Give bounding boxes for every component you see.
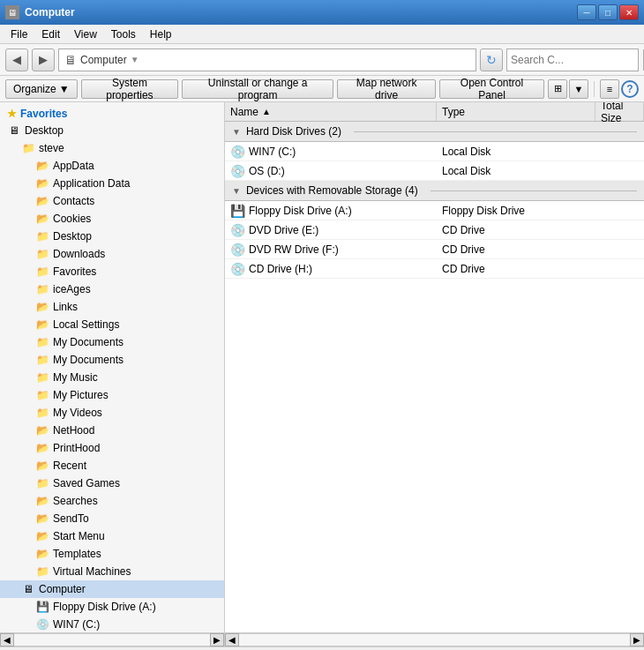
hdd-win7-icon: 💿 <box>35 617 49 631</box>
menu-tools[interactable]: Tools <box>104 26 143 42</box>
view-icons-button[interactable]: ⊞ <box>548 79 567 99</box>
back-button[interactable]: ◀ <box>5 49 28 71</box>
help-button[interactable]: ? <box>621 80 639 98</box>
sidebar-item-nethood[interactable]: 📂 NetHood <box>0 422 224 439</box>
hdd-win7-content-icon: 💿 <box>230 145 245 159</box>
sidebar-item-my-documents-1[interactable]: 📁 My Documents <box>0 333 224 351</box>
actionbar: Organize ▼ System properties Uninstall o… <box>0 76 644 102</box>
sidebar-scroll-right[interactable]: ▶ <box>210 633 224 646</box>
menu-edit[interactable]: Edit <box>34 26 67 42</box>
organize-button[interactable]: Organize ▼ <box>5 79 78 99</box>
sidebar-item-contacts[interactable]: 📂 Contacts <box>0 192 224 210</box>
col-header-name[interactable]: Name ▲ <box>225 102 437 121</box>
appdata-icon: 📂 <box>35 159 49 173</box>
hdd-os-content-icon: 💿 <box>230 164 245 178</box>
sidebar-item-favorites-folder[interactable]: 📁 Favorites <box>0 263 224 280</box>
my-documents-icon-1: 📁 <box>35 335 49 349</box>
sidebar-item-sendto[interactable]: 📂 SendTo <box>0 510 224 527</box>
group-expand-hard-disk[interactable]: ▼ <box>232 127 241 137</box>
sidebar: ★ Favorites 🖥 Desktop 📁 steve 📂 AppData … <box>0 102 225 632</box>
group-header-hard-disk: ▼ Hard Disk Drives (2) <box>225 122 644 142</box>
sidebar-item-templates[interactable]: 📂 Templates <box>0 545 224 563</box>
sidebar-item-iceages[interactable]: 📁 iceAges <box>0 280 224 298</box>
sidebar-item-floppy[interactable]: 💾 Floppy Disk Drive (A:) <box>0 598 224 616</box>
dvd-e-icon: 💿 <box>230 223 245 237</box>
my-documents-icon-2: 📁 <box>35 353 49 367</box>
map-drive-button[interactable]: Map network drive <box>337 79 436 99</box>
content-pane: Name ▲ Type Total Size ▼ Hard Disk Drive… <box>225 102 644 632</box>
content-scroll-left[interactable]: ◀ <box>225 633 239 646</box>
address-text: Computer <box>80 54 127 66</box>
sidebar-item-local-settings[interactable]: 📂 Local Settings <box>0 316 224 333</box>
templates-icon: 📂 <box>35 547 49 561</box>
sidebar-item-downloads[interactable]: 📁 Downloads <box>0 245 224 263</box>
uninstall-button[interactable]: Uninstall or change a program <box>182 79 333 99</box>
minimize-button[interactable]: ─ <box>577 4 596 20</box>
sendto-icon: 📂 <box>35 512 49 526</box>
sidebar-item-appdata[interactable]: 📂 AppData <box>0 157 224 175</box>
sidebar-item-computer[interactable]: 🖥 Computer <box>0 580 224 598</box>
sidebar-item-win7c[interactable]: 💿 WIN7 (C:) <box>0 616 224 632</box>
sidebar-item-my-pictures[interactable]: 📁 My Pictures <box>0 386 224 404</box>
recent-icon: 📂 <box>35 459 49 473</box>
cd-h-icon: 💿 <box>230 262 245 276</box>
sidebar-item-my-documents-2[interactable]: 📁 My Documents <box>0 351 224 369</box>
maximize-button[interactable]: □ <box>598 4 618 20</box>
content-scroll-right[interactable]: ▶ <box>630 633 644 646</box>
sidebar-item-my-music[interactable]: 📁 My Music <box>0 369 224 386</box>
sidebar-item-saved-games[interactable]: 📁 Saved Games <box>0 474 224 492</box>
sidebar-item-my-videos[interactable]: 📁 My Videos <box>0 404 224 422</box>
computer-tree-icon: 🖥 <box>21 582 35 596</box>
table-row[interactable]: 💾 Floppy Disk Drive (A:) Floppy Disk Dri… <box>225 201 644 220</box>
menu-view[interactable]: View <box>67 26 104 42</box>
app-icon: 🖥 <box>5 5 19 19</box>
group-label-hard-disk: Hard Disk Drives (2) <box>246 125 341 138</box>
table-row[interactable]: 💿 OS (D:) Local Disk <box>225 161 644 181</box>
sidebar-item-recent[interactable]: 📂 Recent <box>0 457 224 474</box>
sidebar-item-start-menu[interactable]: 📂 Start Menu <box>0 527 224 545</box>
navigation-toolbar: ◀ ▶ 🖥 Computer ▼ ↻ 🔍 <box>0 44 644 76</box>
forward-button[interactable]: ▶ <box>32 49 55 71</box>
address-bar[interactable]: 🖥 Computer ▼ <box>58 49 476 71</box>
sidebar-scroll-left[interactable]: ◀ <box>0 633 14 646</box>
floppy-sidebar-icon: 💾 <box>35 600 49 614</box>
col-header-type[interactable]: Type <box>437 102 595 121</box>
table-row[interactable]: 💿 CD Drive (H:) CD Drive <box>225 259 644 279</box>
sidebar-scroll-track <box>14 633 210 646</box>
system-properties-button[interactable]: System properties <box>81 79 179 99</box>
virtual-machines-icon: 📁 <box>35 564 49 579</box>
sidebar-item-steve[interactable]: 📁 steve <box>0 139 224 157</box>
table-row[interactable]: 💿 DVD Drive (E:) CD Drive <box>225 220 644 240</box>
view-details-button[interactable]: ≡ <box>600 79 619 99</box>
sidebar-item-cookies[interactable]: 📂 Cookies <box>0 210 224 228</box>
downloads-icon: 📁 <box>35 247 49 261</box>
sidebar-item-printhood[interactable]: 📂 PrintHood <box>0 439 224 457</box>
menu-file[interactable]: File <box>4 26 34 42</box>
sidebar-item-application-data[interactable]: 📂 Application Data <box>0 175 224 192</box>
my-music-icon: 📁 <box>35 370 49 385</box>
search-box: 🔍 <box>506 49 639 71</box>
sidebar-item-desktop[interactable]: 🖥 Desktop <box>0 122 224 139</box>
sidebar-item-virtual-machines[interactable]: 📁 Virtual Machines <box>0 563 224 580</box>
sidebar-item-searches[interactable]: 📂 Searches <box>0 492 224 510</box>
control-panel-button[interactable]: Open Control Panel <box>439 79 544 99</box>
col-header-size[interactable]: Total Size <box>595 102 644 121</box>
user-folder-icon: 📁 <box>21 141 35 155</box>
local-settings-icon: 📂 <box>35 318 49 332</box>
table-row[interactable]: 💿 WIN7 (C:) Local Disk <box>225 142 644 161</box>
dvd-f-icon: 💿 <box>230 243 245 257</box>
view-dropdown-button[interactable]: ▼ <box>569 79 588 99</box>
group-expand-removable[interactable]: ▼ <box>232 186 241 196</box>
my-pictures-icon: 📁 <box>35 388 49 402</box>
cookies-icon: 📂 <box>35 212 49 226</box>
menu-help[interactable]: Help <box>143 26 179 42</box>
close-button[interactable]: ✕ <box>619 4 639 20</box>
sidebar-item-links[interactable]: 📂 Links <box>0 298 224 316</box>
desktop-icon: 🖥 <box>7 123 21 138</box>
table-row[interactable]: 💿 DVD RW Drive (F:) CD Drive <box>225 240 644 259</box>
refresh-button[interactable]: ↻ <box>480 49 503 71</box>
sidebar-item-desktop-steve[interactable]: 📁 Desktop <box>0 228 224 245</box>
links-icon: 📂 <box>35 300 49 314</box>
search-input[interactable] <box>511 54 643 66</box>
statusbar <box>0 646 644 650</box>
